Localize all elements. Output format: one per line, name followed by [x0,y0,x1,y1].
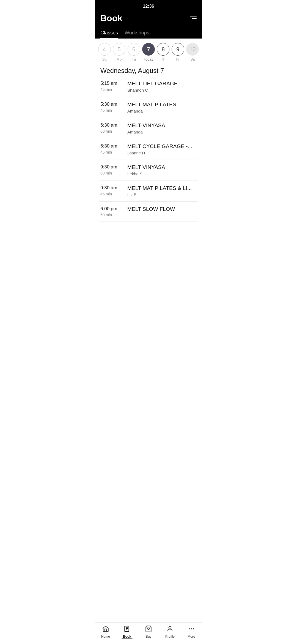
calendar-day-8[interactable]: 8Th [156,43,170,61]
class-duration: 45 min [100,108,112,113]
class-duration: 45 min [100,192,112,196]
class-time: 6:00 pm [100,206,117,212]
day-number-7: 7 [142,43,155,56]
class-list-item[interactable]: 9:30 am60 minMELT VINYASALekha S [99,160,198,181]
class-list-item[interactable]: 6:00 pm60 minMELT SLOW FLOW [99,202,198,222]
filter-button[interactable] [190,17,197,20]
class-list-item[interactable]: 9:30 am45 minMELT MAT PILATES & LI...Liz… [99,181,198,202]
calendar-day-6[interactable]: 6Tu [127,43,141,61]
class-name: MELT MAT PILATES [127,102,197,108]
tab-classes[interactable]: Classes [100,28,118,39]
class-list: 5:15 am45 minMELT LIFT GARAGEShannon C5:… [95,76,202,222]
status-bar: 12:36 [95,0,202,10]
class-name: MELT MAT PILATES & LI... [127,185,197,191]
class-list-item[interactable]: 5:15 am45 minMELT LIFT GARAGEShannon C [99,76,198,97]
class-time: 5:15 am [100,81,117,86]
class-duration: 60 min [100,129,112,133]
class-name: MELT VINYASA [127,164,197,170]
day-label-8: Th [161,57,165,61]
filter-icon-line3 [190,20,197,20]
class-time: 5:30 am [100,102,117,107]
day-label-5: Mo [117,57,122,61]
class-duration: 60 min [100,213,112,217]
day-number-10: 10 [186,43,199,56]
class-time: 6:30 am [100,122,117,128]
filter-icon-line2 [192,18,197,19]
calendar-day-9[interactable]: 9Fr [171,43,185,61]
day-label-4: Su [102,57,107,61]
class-instructor: Amanda T [127,109,197,113]
day-number-4: 4 [98,43,111,56]
tab-workshops[interactable]: Workshops [125,28,149,39]
day-number-9: 9 [172,43,184,56]
class-instructor: Shannon C [127,88,197,92]
filter-icon-line1 [190,17,197,17]
day-number-8: 8 [157,43,169,56]
class-list-item[interactable]: 5:30 am45 minMELT MAT PILATESAmanda T [99,97,198,118]
header: Book [95,10,202,28]
class-time: 9:30 am [100,164,117,170]
class-name: MELT CYCLE GARAGE -... [127,143,197,149]
class-duration: 60 min [100,171,112,175]
class-name: MELT SLOW FLOW [127,206,197,212]
day-label-10: Sa [190,57,195,61]
class-instructor: Lekha S [127,171,197,176]
class-name: MELT VINYASA [127,122,197,129]
calendar-day-7[interactable]: 7Today [142,43,155,61]
calendar-strip: 4Su5Mo6Tu7Today8Th9Fr10Sa [95,39,202,64]
class-list-item[interactable]: 6:30 am60 minMELT VINYASAAmanda T [99,118,198,139]
calendar-day-5[interactable]: 5Mo [112,43,126,61]
class-duration: 45 min [100,87,112,92]
class-name: MELT LIFT GARAGE [127,81,197,87]
class-duration: 45 min [100,150,112,154]
class-time: 6:30 am [100,143,117,149]
day-label-7: Today [144,57,153,61]
class-instructor: Joanne H [127,151,197,155]
page-title: Book [100,13,122,23]
day-label-9: Fr [176,57,180,61]
day-number-6: 6 [128,43,140,56]
day-label-6: Tu [132,57,136,61]
calendar-day-4[interactable]: 4Su [98,43,111,61]
class-list-item[interactable]: 6:30 am45 minMELT CYCLE GARAGE -...Joann… [99,139,198,160]
day-number-5: 5 [113,43,125,56]
class-time: 9:30 am [100,185,117,191]
date-heading: Wednesday, August 7 [95,64,202,76]
class-instructor: Amanda T [127,130,197,134]
calendar-day-10[interactable]: 10Sa [186,43,199,61]
tab-bar: Classes Workshops [95,28,202,39]
class-instructor: Liz B [127,192,197,197]
status-time: 12:36 [143,4,154,9]
